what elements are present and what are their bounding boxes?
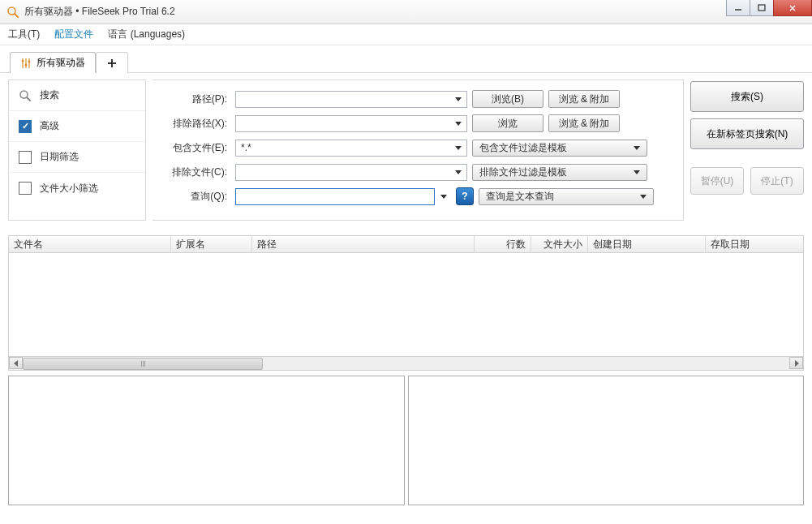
label-exclude-path: 排除路径(X): [161,117,230,131]
sidebar-label-search: 搜索 [40,88,59,102]
label-exclude-files: 排除文件(C): [161,165,230,179]
chevron-down-icon[interactable] [440,195,447,199]
browse-append-path-button[interactable]: 浏览 & 附加 [548,90,620,108]
col-filename[interactable]: 文件名 [9,236,171,252]
chevron-down-icon [455,97,462,101]
svg-marker-16 [14,360,18,367]
svg-point-10 [25,63,28,66]
path-combo[interactable] [235,91,467,108]
svg-line-15 [27,97,30,101]
checkbox-advanced[interactable] [19,120,32,133]
col-extension[interactable]: 扩展名 [171,236,252,252]
col-created[interactable]: 创建日期 [588,236,706,252]
col-accessed[interactable]: 存取日期 [706,236,803,252]
stop-button[interactable]: 停止(T) [750,167,804,195]
tab-label: 所有驱动器 [37,56,85,70]
window-title: 所有驱动器 • FileSeek Pro Trial 6.2 [24,5,175,19]
scroll-right-button[interactable] [789,357,803,369]
close-button[interactable] [773,0,812,16]
chevron-down-icon [640,195,647,199]
tab-strip: 所有驱动器 [0,50,812,73]
window-controls [727,0,812,16]
svg-marker-17 [795,360,799,367]
label-query: 查询(Q): [161,190,230,204]
search-icon [19,89,32,102]
query-mode-select[interactable]: 查询是文本查询 [479,188,654,205]
grid-header: 文件名 扩展名 路径 行数 文件大小 创建日期 存取日期 [8,235,804,253]
browse-path-button[interactable]: 浏览(B) [472,90,543,108]
horizontal-scrollbar[interactable] [8,357,804,371]
svg-line-1 [15,14,18,17]
query-input[interactable] [235,188,435,205]
checkbox-size-filter[interactable] [19,182,32,195]
chevron-down-icon [634,146,640,150]
search-new-tab-button[interactable]: 在新标签页搜索(N) [690,118,804,149]
sliders-icon [20,58,32,69]
col-lines[interactable]: 行数 [475,236,531,252]
svg-point-9 [22,59,24,62]
checkbox-date-filter[interactable] [19,151,32,164]
chevron-down-icon [634,170,640,174]
search-sidebar: 搜索 高级 日期筛选 文件大小筛选 [8,79,146,221]
label-path: 路径(P): [161,92,230,106]
sidebar-item-advanced[interactable]: 高级 [9,111,145,142]
exclude-filter-mode-select[interactable]: 排除文件过滤是模板 [472,164,647,181]
svg-rect-3 [758,5,765,11]
svg-point-11 [28,60,31,62]
menu-profiles[interactable]: 配置文件 [54,28,93,41]
maximize-button[interactable] [750,0,774,16]
minimize-button[interactable] [726,0,750,16]
menu-tools[interactable]: 工具(T) [8,28,40,41]
include-filter-mode-select[interactable]: 包含文件过滤是模板 [472,140,647,157]
browse-append-exclude-button[interactable]: 浏览 & 附加 [548,114,620,132]
search-button[interactable]: 搜索(S) [690,81,804,112]
col-filesize[interactable]: 文件大小 [531,236,588,252]
pause-button[interactable]: 暂停(U) [690,167,744,195]
chevron-down-icon [455,146,462,150]
app-icon [6,6,19,19]
query-help-button[interactable]: ? [456,187,474,205]
include-files-combo[interactable]: *.* [235,140,467,157]
add-tab-button[interactable] [96,52,128,73]
bottom-panes [8,376,804,505]
exclude-files-combo[interactable] [235,164,467,181]
menu-languages[interactable]: 语言 (Languages) [108,28,185,41]
sidebar-label-date: 日期筛选 [40,150,79,164]
window-titlebar: 所有驱动器 • FileSeek Pro Trial 6.2 [0,0,812,24]
search-form: 路径(P): 浏览(B) 浏览 & 附加 排除路径(X): 浏览 浏览 & 附加… [153,79,684,221]
scroll-left-button[interactable] [9,357,23,369]
menu-bar: 工具(T) 配置文件 语言 (Languages) [0,24,812,45]
col-path[interactable]: 路径 [252,236,475,252]
sidebar-item-date-filter[interactable]: 日期筛选 [9,142,145,173]
preview-pane-right[interactable] [408,376,805,505]
tab-all-drives[interactable]: 所有驱动器 [10,52,96,73]
sidebar-item-size-filter[interactable]: 文件大小筛选 [9,173,145,204]
grid-body[interactable] [8,253,804,357]
sidebar-label-size: 文件大小筛选 [40,182,98,195]
exclude-path-combo[interactable] [235,115,467,132]
scroll-track[interactable] [23,358,789,370]
chevron-down-icon [455,170,462,174]
chevron-down-icon [455,122,462,126]
sidebar-item-search[interactable]: 搜索 [9,80,145,111]
plus-icon [107,58,117,68]
results-grid: 文件名 扩展名 路径 行数 文件大小 创建日期 存取日期 [8,235,804,371]
scroll-thumb[interactable] [23,358,263,370]
sidebar-label-advanced: 高级 [40,119,59,133]
browse-exclude-button[interactable]: 浏览 [472,114,543,132]
label-include-files: 包含文件(E): [161,141,230,155]
action-column: 搜索(S) 在新标签页搜索(N) 暂停(U) 停止(T) [690,79,804,221]
preview-pane-left[interactable] [8,376,405,505]
